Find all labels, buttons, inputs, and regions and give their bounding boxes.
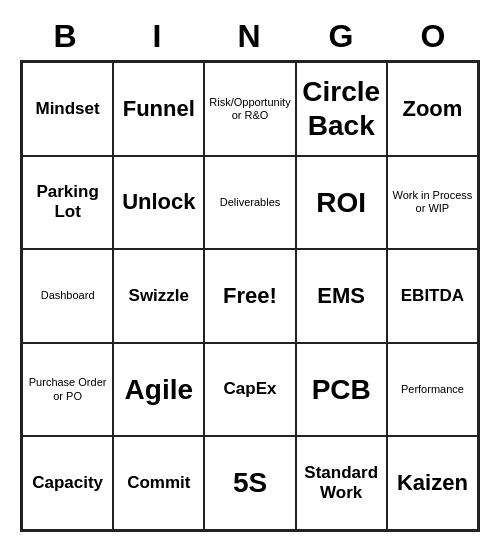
bingo-cell: CapEx	[204, 343, 295, 437]
cell-label: CapEx	[224, 379, 277, 399]
cell-label: Mindset	[35, 99, 99, 119]
cell-label: Circle Back	[301, 75, 382, 142]
bingo-grid: MindsetFunnelRisk/Opportunity or R&OCirc…	[20, 60, 480, 532]
header-letter: G	[296, 12, 388, 60]
cell-label: EMS	[317, 283, 365, 309]
cell-label: ROI	[316, 186, 366, 220]
bingo-row: Purchase Order or POAgileCapExPCBPerform…	[22, 343, 478, 437]
cell-label: PCB	[312, 373, 371, 407]
bingo-cell: Zoom	[387, 62, 478, 156]
header-letter: B	[20, 12, 112, 60]
bingo-cell: Commit	[113, 436, 204, 530]
bingo-cell: Mindset	[22, 62, 113, 156]
cell-label: Capacity	[32, 473, 103, 493]
cell-label: Work in Process or WIP	[392, 189, 473, 215]
bingo-cell: Deliverables	[204, 156, 295, 250]
bingo-cell: Parking Lot	[22, 156, 113, 250]
cell-label: Standard Work	[301, 463, 382, 504]
bingo-row: CapacityCommit5SStandard WorkKaizen	[22, 436, 478, 530]
header-letter: O	[388, 12, 480, 60]
bingo-cell: Free!	[204, 249, 295, 343]
bingo-cell: Kaizen	[387, 436, 478, 530]
cell-label: Deliverables	[220, 196, 281, 209]
bingo-cell: Work in Process or WIP	[387, 156, 478, 250]
bingo-cell: Dashboard	[22, 249, 113, 343]
header-letter: I	[112, 12, 204, 60]
cell-label: EBITDA	[401, 286, 464, 306]
bingo-cell: PCB	[296, 343, 387, 437]
cell-label: Purchase Order or PO	[27, 376, 108, 402]
bingo-cell: Funnel	[113, 62, 204, 156]
cell-label: Dashboard	[41, 289, 95, 302]
cell-label: Zoom	[402, 96, 462, 122]
cell-label: Commit	[127, 473, 190, 493]
bingo-cell: EBITDA	[387, 249, 478, 343]
bingo-cell: Agile	[113, 343, 204, 437]
bingo-cell: Unlock	[113, 156, 204, 250]
bingo-cell: Swizzle	[113, 249, 204, 343]
bingo-row: Parking LotUnlockDeliverablesROIWork in …	[22, 156, 478, 250]
bingo-cell: Standard Work	[296, 436, 387, 530]
cell-label: Risk/Opportunity or R&O	[209, 96, 290, 122]
cell-label: Free!	[223, 283, 277, 309]
cell-label: Kaizen	[397, 470, 468, 496]
cell-label: Funnel	[123, 96, 195, 122]
cell-label: Unlock	[122, 189, 195, 215]
bingo-cell: ROI	[296, 156, 387, 250]
bingo-cell: Performance	[387, 343, 478, 437]
cell-label: 5S	[233, 466, 267, 500]
cell-label: Performance	[401, 383, 464, 396]
bingo-card: BINGO MindsetFunnelRisk/Opportunity or R…	[20, 12, 480, 532]
header-letter: N	[204, 12, 296, 60]
bingo-cell: Purchase Order or PO	[22, 343, 113, 437]
bingo-cell: Capacity	[22, 436, 113, 530]
cell-label: Swizzle	[129, 286, 189, 306]
bingo-row: MindsetFunnelRisk/Opportunity or R&OCirc…	[22, 62, 478, 156]
bingo-cell: Circle Back	[296, 62, 387, 156]
bingo-row: DashboardSwizzleFree!EMSEBITDA	[22, 249, 478, 343]
bingo-header: BINGO	[20, 12, 480, 60]
bingo-cell: EMS	[296, 249, 387, 343]
cell-label: Agile	[125, 373, 193, 407]
cell-label: Parking Lot	[27, 182, 108, 223]
bingo-cell: 5S	[204, 436, 295, 530]
bingo-cell: Risk/Opportunity or R&O	[204, 62, 295, 156]
